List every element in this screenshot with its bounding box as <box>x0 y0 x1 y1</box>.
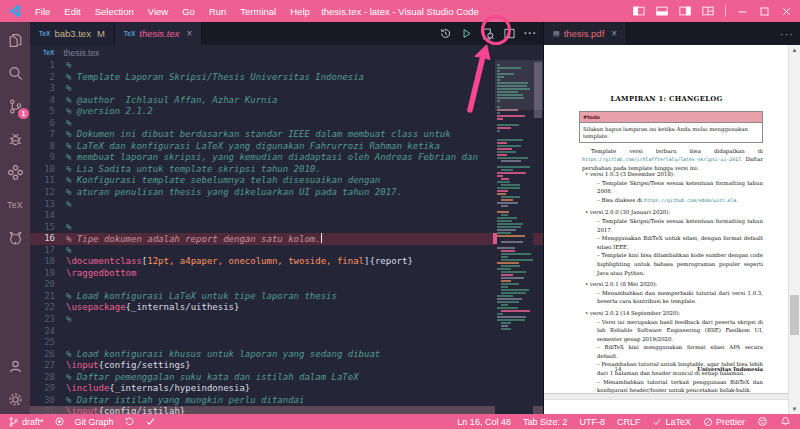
eol-sequence[interactable]: CRLF <box>617 417 641 427</box>
minimap[interactable] <box>495 60 533 414</box>
code-line-10[interactable]: 10% Lia Sadita untuk template skripsi ta… <box>30 164 543 176</box>
timeline-history-icon[interactable] <box>439 27 452 40</box>
line-number: 22 <box>30 302 66 314</box>
code-line-6[interactable]: 6% <box>30 118 543 130</box>
changelog-item: BibTeX kini menggunakan format sitasi AP… <box>597 343 763 360</box>
github-icon[interactable] <box>6 229 24 247</box>
code-line-17[interactable]: 17% <box>30 245 543 257</box>
toggle-sidebar-icon[interactable] <box>633 5 645 17</box>
changelog-version: versi 2.0.1 (8 Mei 2020):Menambahkan dan… <box>585 280 763 306</box>
build-run-icon[interactable] <box>460 27 473 40</box>
code-line-19[interactable]: 19\raggedbottom <box>30 268 543 280</box>
menu-run[interactable]: Run <box>202 6 233 17</box>
code-line-21[interactable]: 21% Load konfigurasi LaTeX untuk tipe la… <box>30 291 543 303</box>
code-line-27[interactable]: 27\input{config/settings} <box>30 360 543 372</box>
code-line-16[interactable]: 16% Tipe dokumen adalah report dengan sa… <box>30 233 543 245</box>
git-graph-item[interactable]: Git Graph <box>75 417 114 427</box>
customize-layout-icon[interactable] <box>702 5 714 17</box>
menu-selection[interactable]: Selection <box>88 6 141 17</box>
menu-terminal[interactable]: Terminal <box>233 6 283 17</box>
extensions-icon[interactable] <box>6 163 24 181</box>
git-modified-badge: M <box>97 28 105 39</box>
code-line-4[interactable]: 4% @author Ichlasul Affan, Azhar Kurnia <box>30 95 543 107</box>
feedback-icon[interactable] <box>757 416 768 427</box>
code-editor[interactable]: 1%2% Template Laporan Skripsi/Thesis Uni… <box>30 60 543 414</box>
code-line-1[interactable]: 1% <box>30 60 543 72</box>
code-line-15[interactable]: 15% <box>30 222 543 234</box>
split-editor-icon[interactable] <box>503 27 516 40</box>
menu-view[interactable]: View <box>141 6 175 17</box>
code-line-29[interactable]: 29\include{_internals/hypeindonesia} <box>30 383 543 395</box>
breadcrumb[interactable]: TeX thesis.tex <box>30 45 543 60</box>
view-pdf-icon[interactable] <box>481 27 495 41</box>
more-actions-icon[interactable]: ··· <box>780 22 794 45</box>
pdf-link[interactable]: https://gitlab.com/ichlaffterlalu/latex-… <box>582 157 741 162</box>
code-line-26[interactable]: 26% Load konfigurasi khusus untuk lapora… <box>30 349 543 361</box>
pdf-viewer[interactable]: LAMPIRAN 1: CHANGELOG #todo Silakan hapu… <box>544 45 800 414</box>
menu-help[interactable]: Help <box>283 6 317 17</box>
pdf-scrollbar-thumb[interactable] <box>790 295 799 335</box>
code-line-31[interactable]: 31\input{config/istilah} <box>30 406 543 414</box>
menu-file[interactable]: File <box>28 6 57 17</box>
code-line-13[interactable]: 13% <box>30 199 543 211</box>
menu-go[interactable]: Go <box>175 6 202 17</box>
code-line-9[interactable]: 9% membuat laporan skripsi, yang kemudia… <box>30 152 543 164</box>
search-icon[interactable] <box>6 64 24 82</box>
maximize-button[interactable] <box>759 6 770 17</box>
scroll-up-icon[interactable]: ▲ <box>789 45 800 55</box>
formatter-item[interactable]: Prettier <box>703 417 745 427</box>
code-line-12[interactable]: 12% aturan penulisan thesis yang dikelua… <box>30 187 543 199</box>
code-line-11[interactable]: 11% Konfigurasi template sebelumnya tela… <box>30 175 543 187</box>
settings-gear-icon[interactable] <box>6 390 24 408</box>
code-line-23[interactable]: 23% <box>30 314 543 326</box>
line-number: 17 <box>30 245 66 257</box>
more-actions-icon[interactable]: ··· <box>524 28 537 39</box>
minimize-button[interactable] <box>737 6 748 17</box>
close-button[interactable] <box>781 6 792 17</box>
pdf-scrollbar[interactable]: ▲ ▼ <box>788 45 800 414</box>
code-line-20[interactable]: 20 <box>30 279 543 291</box>
run-debug-icon[interactable] <box>6 130 24 148</box>
code-line-30[interactable]: 30% Daftar istilah yang mungkin perlu di… <box>30 395 543 407</box>
toggle-secondary-sidebar-icon[interactable] <box>679 5 691 17</box>
tab-thesis-tex[interactable]: TeX thesis.tex × <box>115 22 202 45</box>
code-line-25[interactable]: 25 <box>30 337 543 349</box>
code-line-3[interactable]: 3% <box>30 83 543 95</box>
accounts-icon[interactable] <box>6 357 24 375</box>
code-line-8[interactable]: 8% LaTeX dan konfigurasi LaTeX yang digu… <box>30 141 543 153</box>
scrollbar-thumb[interactable] <box>534 62 542 118</box>
code-line-7[interactable]: 7% Dokumen ini dibuat berdasarkan standa… <box>30 129 543 141</box>
encoding[interactable]: UTF-8 <box>579 417 605 427</box>
tab-label: thesis.pdf <box>564 28 605 39</box>
code-line-5[interactable]: 5% @version 2.1.2 <box>30 106 543 118</box>
code-line-2[interactable]: 2% Template Laporan Skripsi/Thesis Unive… <box>30 72 543 84</box>
line-number: 31 <box>30 406 66 414</box>
language-mode[interactable]: LaTeX <box>652 417 691 427</box>
line-text: \input{config/istilah} <box>66 406 543 414</box>
menu-edit[interactable]: Edit <box>57 6 87 17</box>
indentation[interactable]: Tab Size: 2 <box>523 417 568 427</box>
pdf-link[interactable]: https://github.com/edom/uist.ela <box>644 198 736 203</box>
tab-thesis-pdf[interactable]: ▤ thesis.pdf × <box>544 22 627 45</box>
scroll-down-icon[interactable]: ▼ <box>789 404 800 414</box>
code-line-14[interactable]: 14 <box>30 210 543 222</box>
close-tab-icon[interactable]: × <box>186 28 192 39</box>
explorer-icon[interactable] <box>6 31 24 49</box>
source-control-icon[interactable]: 1 <box>6 97 24 115</box>
latex-workshop-icon[interactable]: TeX <box>6 196 24 214</box>
editor-scrollbar[interactable] <box>533 60 543 414</box>
git-branch-item[interactable]: draft* <box>8 416 44 428</box>
close-tab-icon[interactable]: × <box>611 28 617 39</box>
history-icon[interactable] <box>124 416 135 427</box>
tab-bab3-tex[interactable]: TeX bab3.tex M <box>30 22 115 45</box>
bell-icon[interactable] <box>780 416 791 427</box>
toggle-panel-icon[interactable] <box>656 5 668 17</box>
line-text: % Daftar pemenggalan suku kata dan istil… <box>66 372 543 384</box>
code-line-24[interactable]: 24 <box>30 326 543 338</box>
watch-icon[interactable] <box>54 416 65 427</box>
code-line-28[interactable]: 28% Daftar pemenggalan suku kata dan ist… <box>30 372 543 384</box>
code-line-22[interactable]: 22\usepackage{_internals/uithesis} <box>30 302 543 314</box>
check-icon[interactable] <box>145 416 156 427</box>
code-line-18[interactable]: 18\documentclass[12pt, a4paper, onecolum… <box>30 256 543 268</box>
cursor-position[interactable]: Ln 16, Col 48 <box>457 417 511 427</box>
